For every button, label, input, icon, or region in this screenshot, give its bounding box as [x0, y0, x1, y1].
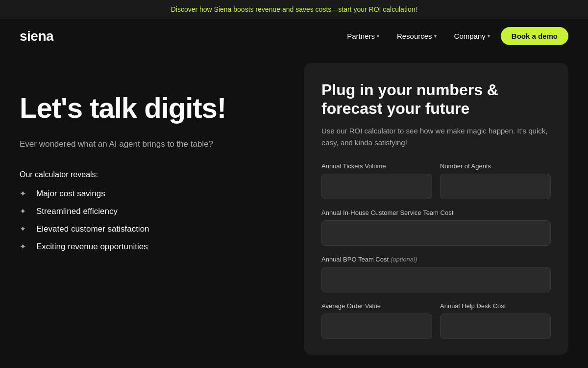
sparkle-icon: ✦ — [20, 242, 29, 251]
chevron-down-icon: ▾ — [377, 33, 379, 39]
benefit-text: Major cost savings — [36, 189, 105, 199]
benefit-text: Streamlined efficiency — [36, 207, 118, 216]
calculator-reveals-label: Our calculator reveals: — [20, 170, 284, 179]
form-row-last: Average Order Value Annual Help Desk Cos… — [321, 302, 551, 339]
nav-links: Partners ▾ Resources ▾ Company ▾ Book a … — [340, 27, 568, 45]
annual-inhouse-label: Annual In-House Customer Service Team Co… — [321, 209, 551, 216]
annual-inhouse-input[interactable] — [321, 220, 551, 246]
avg-order-input[interactable] — [321, 314, 432, 339]
annual-bpo-label: Annual BPO Team Cost(optional) — [321, 256, 551, 263]
annual-tickets-group: Annual Tickets Volume — [321, 162, 432, 199]
benefit-text: Elevated customer satisfaction — [36, 224, 149, 234]
list-item: ✦ Streamlined efficiency — [20, 207, 284, 216]
annual-helpdesk-input[interactable] — [440, 314, 551, 339]
sparkle-icon: ✦ — [20, 224, 29, 234]
form-subtitle: Use our ROI calculator to see how we mak… — [321, 125, 551, 149]
benefit-text: Exciting revenue opportunities — [36, 242, 148, 252]
avg-order-group: Average Order Value — [321, 302, 432, 339]
nav-label-company: Company — [454, 32, 486, 40]
sparkle-icon: ✦ — [20, 207, 29, 216]
left-panel: Let's talk digits! Ever wondered what an… — [20, 63, 284, 252]
num-agents-group: Number of Agents — [440, 162, 551, 199]
list-item: ✦ Elevated customer satisfaction — [20, 224, 284, 234]
annual-tickets-input[interactable] — [321, 174, 432, 199]
hero-subtitle: Ever wondered what an AI agent brings to… — [20, 137, 240, 151]
nav-label-resources: Resources — [397, 32, 432, 40]
list-item: ✦ Exciting revenue opportunities — [20, 242, 284, 252]
announcement-link[interactable]: Discover how Siena boosts revenue and sa… — [171, 5, 417, 13]
annual-inhouse-group: Annual In-House Customer Service Team Co… — [321, 209, 551, 246]
num-agents-input[interactable] — [440, 174, 551, 199]
annual-helpdesk-label: Annual Help Desk Cost — [440, 302, 551, 310]
annual-tickets-label: Annual Tickets Volume — [321, 162, 432, 170]
form-row-1: Annual Tickets Volume Number of Agents — [321, 162, 551, 199]
roi-form-panel: Plug in your numbers & forecast your fut… — [304, 63, 568, 355]
benefit-list: ✦ Major cost savings ✦ Streamlined effic… — [20, 189, 284, 252]
list-item: ✦ Major cost savings — [20, 189, 284, 199]
nav-item-partners[interactable]: Partners ▾ — [340, 28, 386, 44]
annual-helpdesk-group: Annual Help Desk Cost — [440, 302, 551, 339]
main-content: Let's talk digits! Ever wondered what an… — [0, 53, 588, 368]
form-title: Plug in your numbers & forecast your fut… — [321, 80, 551, 118]
num-agents-label: Number of Agents — [440, 162, 551, 170]
annual-bpo-group: Annual BPO Team Cost(optional) — [321, 256, 551, 292]
chevron-down-icon: ▾ — [434, 33, 437, 39]
nav-label-partners: Partners — [347, 32, 375, 40]
navbar: siena Partners ▾ Resources ▾ Company ▾ B… — [0, 19, 588, 53]
logo[interactable]: siena — [20, 28, 53, 44]
avg-order-label: Average Order Value — [321, 302, 432, 310]
annual-bpo-input[interactable] — [321, 267, 551, 292]
announcement-bar[interactable]: Discover how Siena boosts revenue and sa… — [0, 0, 588, 19]
sparkle-icon: ✦ — [20, 189, 29, 198]
hero-title: Let's talk digits! — [20, 92, 284, 124]
nav-item-resources[interactable]: Resources ▾ — [390, 28, 443, 44]
nav-item-company[interactable]: Company ▾ — [447, 28, 497, 44]
book-demo-button[interactable]: Book a demo — [501, 27, 568, 45]
chevron-down-icon: ▾ — [488, 33, 490, 39]
